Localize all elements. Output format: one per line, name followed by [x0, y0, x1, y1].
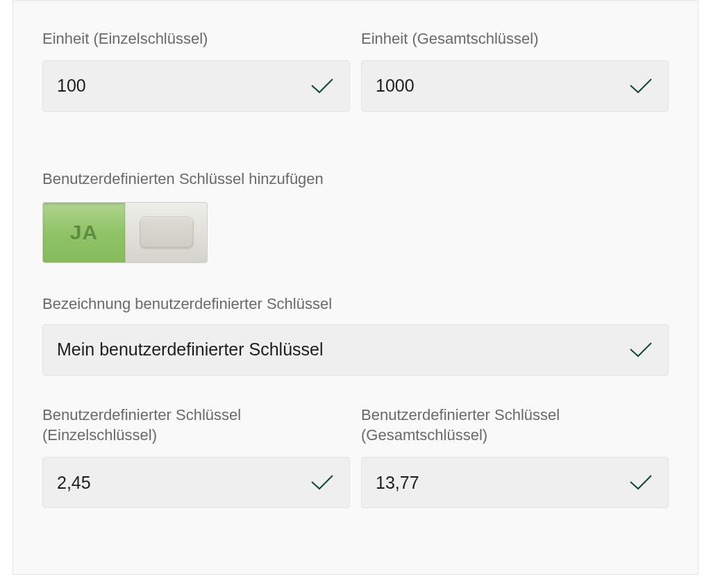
form-container: Einheit (Einzelschlüssel) 100 Einheit (G…: [12, 0, 699, 575]
value-custom-key-single: 2,45: [57, 473, 91, 493]
check-icon: [629, 78, 653, 94]
check-icon: [629, 474, 653, 491]
toggle-on-text: JA: [70, 221, 98, 244]
check-icon: [310, 474, 334, 491]
input-custom-key-total[interactable]: 13,77: [361, 457, 669, 508]
label-unit-total: Einheit (Gesamtschlüssel): [361, 28, 669, 49]
field-unit-single: Einheit (Einzelschlüssel) 100: [42, 28, 350, 112]
label-custom-key-single: Benutzerdefinierter Schlüssel (Einzelsch…: [42, 405, 350, 446]
field-custom-key-single: Benutzerdefinierter Schlüssel (Einzelsch…: [42, 405, 350, 508]
check-icon: [629, 342, 653, 358]
value-custom-key-total: 13,77: [376, 473, 419, 493]
toggle-on-side: JA: [43, 203, 125, 262]
field-unit-total: Einheit (Gesamtschlüssel) 1000: [361, 28, 669, 112]
label-unit-single: Einheit (Einzelschlüssel): [42, 28, 350, 49]
value-custom-key-name: Mein benutzerdefinierter Schlüssel: [57, 339, 324, 360]
toggle-add-custom-key[interactable]: JA: [42, 202, 208, 263]
toggle-knob: [140, 217, 194, 249]
input-custom-key-single[interactable]: 2,45: [42, 457, 350, 508]
label-custom-key-total: Benutzerdefinierter Schlüssel (Gesamtsch…: [361, 405, 669, 446]
row-unit-keys: Einheit (Einzelschlüssel) 100 Einheit (G…: [42, 28, 669, 112]
input-custom-key-name[interactable]: Mein benutzerdefinierter Schlüssel: [42, 324, 669, 376]
label-custom-key-name: Bezeichnung benutzerdefinierter Schlüsse…: [42, 295, 669, 313]
value-unit-total: 1000: [376, 76, 415, 96]
value-unit-single: 100: [57, 76, 86, 96]
input-unit-single[interactable]: 100: [42, 60, 350, 112]
label-add-custom-key: Benutzerdefinierten Schlüssel hinzufügen: [42, 170, 669, 188]
toggle-off-side: [125, 203, 207, 262]
input-unit-total[interactable]: 1000: [361, 60, 669, 112]
field-custom-key-total: Benutzerdefinierter Schlüssel (Gesamtsch…: [361, 405, 669, 508]
check-icon: [310, 78, 334, 94]
row-custom-keys: Benutzerdefinierter Schlüssel (Einzelsch…: [42, 405, 669, 508]
